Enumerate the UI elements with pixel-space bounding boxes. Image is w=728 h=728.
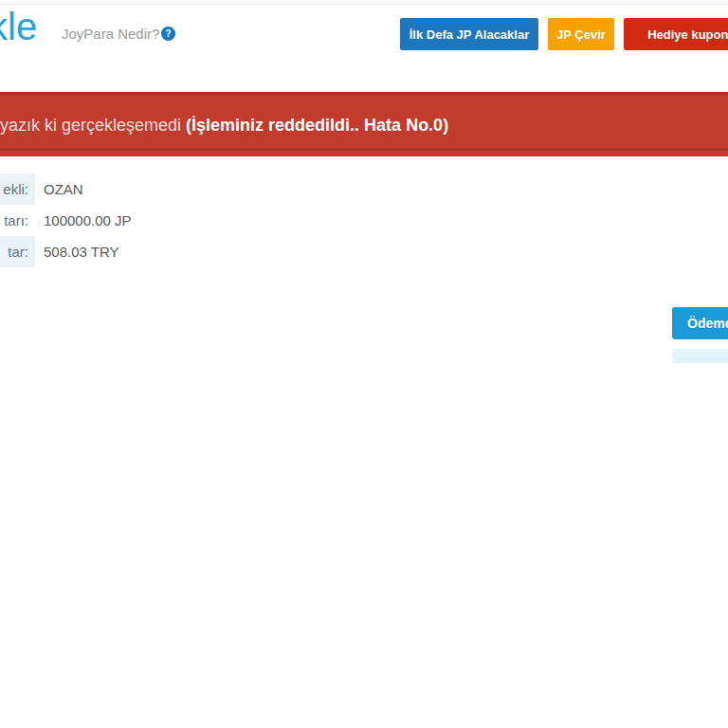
table-row: tar: 508.03 TRY [0, 236, 728, 267]
jp-convert-button-label: JP Çevir [556, 27, 606, 42]
gift-coupon-button-label: Hediye kuponu Gir [647, 27, 728, 42]
help-question-icon[interactable]: ? [161, 27, 175, 41]
error-alert-text: yazık ki gerçekleşemedi (İşleminiz redde… [0, 116, 448, 136]
table-row: tarı: 100000.00 JP [0, 205, 728, 236]
error-alert-text-regular: yazık ki gerçekleşemedi [0, 116, 186, 135]
try-amount-value: 508.03 TRY [44, 236, 119, 267]
payment-button-shadow [672, 349, 728, 363]
payment-button[interactable]: Ödeme [672, 307, 728, 339]
jp-amount-value: 100000.00 JP [44, 205, 132, 236]
payment-method-label: ekli: [0, 173, 35, 205]
table-row: ekli: OZAN [0, 173, 728, 205]
error-alert-text-bold: (İşleminiz reddedildi.. Hata No.0) [186, 116, 448, 135]
try-amount-label: tar: [0, 236, 35, 267]
site-logo[interactable]: kle [0, 6, 37, 48]
first-time-jp-button[interactable]: İlk Defa JP Alacaklar [400, 18, 538, 50]
top-divider [0, 4, 728, 5]
payment-method-value: OZAN [44, 173, 83, 205]
joypara-nedir-link[interactable]: JoyPara Nedir? [62, 26, 159, 42]
page: kle JoyPara Nedir? ? İlk Defa JP Alacakl… [0, 0, 728, 728]
jp-amount-label: tarı: [0, 205, 35, 236]
gift-coupon-button[interactable]: Hediye kuponu Gir [624, 18, 728, 50]
jp-convert-button[interactable]: JP Çevir [548, 18, 614, 50]
error-alert-banner: yazık ki gerçekleşemedi (İşleminiz redde… [0, 92, 728, 156]
first-time-jp-button-label: İlk Defa JP Alacaklar [410, 27, 529, 42]
